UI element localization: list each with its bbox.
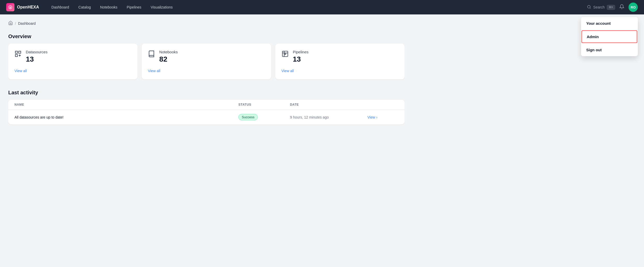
dropdown-item-admin[interactable]: Admin [582,30,637,43]
nav-right: Search ⌘K RO Your account Admin Sign out [587,3,638,12]
svg-rect-1 [15,51,18,53]
breadcrumb-current: Dashboard [18,21,36,26]
nav-link-visualizations[interactable]: Visualizations [147,3,177,11]
svg-point-4 [284,53,286,55]
col-status: STATUS [238,103,290,106]
datasources-icon [14,50,22,59]
logo-icon [6,3,14,11]
search-icon [587,5,591,10]
pipelines-card-header: Pipelines 13 [281,50,398,63]
datasources-card: Datasources 13 View all [8,44,138,79]
home-icon[interactable] [8,21,13,26]
notebooks-count: 82 [159,55,178,63]
nav-link-pipelines[interactable]: Pipelines [123,3,146,11]
activity-table: NAME STATUS DATE All datasources are up … [8,100,405,124]
datasources-view-all[interactable]: View all [14,69,27,73]
notebooks-card-header: Notebooks 82 [148,50,265,63]
nav-link-notebooks[interactable]: Notebooks [96,3,122,11]
dropdown-item-your-account[interactable]: Your account [581,17,638,30]
table-row: All datasources are up to date! Success … [8,110,405,124]
pipelines-view-all[interactable]: View all [281,69,294,73]
nav-link-dashboard[interactable]: Dashboard [47,3,73,11]
avatar-initials: RO [631,5,636,9]
status-badge: Success [238,114,258,120]
breadcrumb-separator: / [15,21,16,26]
overview-title: Overview [8,34,405,39]
navbar: OpenHEXA Dashboard Catalog Notebooks Pip… [0,0,644,14]
pipelines-label: Pipelines [293,50,309,54]
datasources-card-info: Datasources 13 [26,50,47,63]
notification-bell[interactable] [619,4,624,11]
datasources-label: Datasources [26,50,47,54]
nav-links: Dashboard Catalog Notebooks Pipelines Vi… [47,3,587,11]
activity-title: Last activity [8,90,405,96]
breadcrumb: / Dashboard [8,21,405,26]
col-action [367,103,398,106]
datasources-count: 13 [26,55,47,63]
app-name: OpenHEXA [17,5,39,10]
notebooks-icon [148,50,155,59]
row-status: Success [238,114,290,120]
pipelines-card: Pipelines 13 View all [275,44,405,79]
overview-cards: Datasources 13 View all Notebooks 82 Vie… [8,44,405,79]
search-kbd: ⌘K [607,5,615,10]
notebooks-view-all[interactable]: View all [148,69,160,73]
table-header: NAME STATUS DATE [8,100,405,110]
activity-section: Last activity NAME STATUS DATE All datas… [8,90,405,124]
svg-rect-3 [15,54,18,56]
pipelines-card-info: Pipelines 13 [293,50,309,63]
dropdown-item-sign-out[interactable]: Sign out [581,44,638,56]
col-date: DATE [290,103,367,106]
search-label: Search [593,5,605,9]
svg-rect-2 [19,51,21,53]
nav-logo[interactable]: OpenHEXA [6,3,39,11]
col-name: NAME [14,103,238,106]
nav-link-catalog[interactable]: Catalog [74,3,95,11]
row-view-link[interactable]: View › [367,115,398,119]
row-date: 9 hours, 12 minutes ago [290,115,367,119]
notebooks-card: Notebooks 82 View all [142,44,271,79]
datasources-card-header: Datasources 13 [14,50,131,63]
notebooks-card-info: Notebooks 82 [159,50,178,63]
row-name: All datasources are up to date! [14,115,238,119]
view-arrow: › [376,115,377,119]
search-button[interactable]: Search ⌘K [587,5,615,10]
user-dropdown-menu: Your account Admin Sign out [581,17,638,56]
main-content: / Dashboard Overview Datasources 13 View… [0,14,413,131]
svg-point-0 [587,5,590,8]
pipelines-count: 13 [293,55,309,63]
pipelines-icon [281,50,289,59]
view-label: View [367,115,375,119]
user-avatar[interactable]: RO Your account Admin Sign out [629,3,638,12]
notebooks-label: Notebooks [159,50,178,54]
